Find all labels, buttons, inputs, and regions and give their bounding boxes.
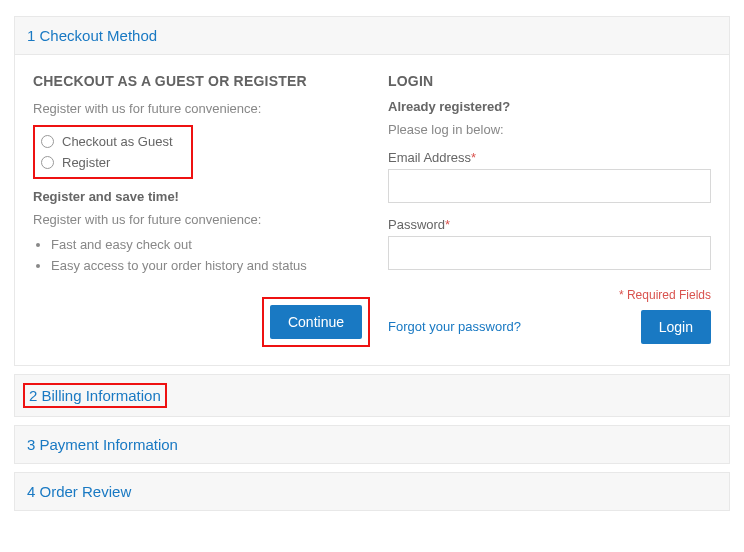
benefit-item: Easy access to your order history and st… — [51, 256, 370, 277]
step-header-payment[interactable]: 3 Payment Information — [15, 426, 729, 463]
register-save-time: Register and save time! — [33, 189, 370, 204]
already-registered: Already registered? — [388, 99, 711, 114]
radio-icon — [41, 135, 54, 148]
step-header-billing[interactable]: 2 Billing Information — [15, 375, 729, 416]
radio-label-register: Register — [62, 155, 110, 170]
radio-register[interactable]: Register — [41, 152, 185, 173]
checkout-step-billing: 2 Billing Information — [14, 374, 730, 417]
radio-label-guest: Checkout as Guest — [62, 134, 173, 149]
radio-icon — [41, 156, 54, 169]
step-title: Order Review — [40, 483, 132, 500]
checkout-type-radio-group: Checkout as Guest Register — [33, 125, 193, 179]
continue-button[interactable]: Continue — [270, 305, 362, 339]
step-title: Checkout Method — [40, 27, 158, 44]
password-field[interactable] — [388, 236, 711, 270]
benefit-item: Fast and easy check out — [51, 235, 370, 256]
register-sub-intro: Register with us for future convenience: — [33, 210, 370, 230]
step-title: Billing Information — [42, 387, 161, 404]
required-fields-note: * Required Fields — [388, 288, 711, 302]
benefits-list: Fast and easy check out Easy access to y… — [33, 235, 370, 277]
checkout-step-payment: 3 Payment Information — [14, 425, 730, 464]
step-num: 1 — [27, 27, 35, 44]
login-button[interactable]: Login — [641, 310, 711, 344]
step-header-method[interactable]: 1 Checkout Method — [15, 17, 729, 55]
step-num: 2 — [29, 387, 37, 404]
password-label: Password* — [388, 217, 711, 232]
login-column: LOGIN Already registered? Please log in … — [388, 73, 711, 347]
step-header-review[interactable]: 4 Order Review — [15, 473, 729, 510]
continue-highlight: Continue — [262, 297, 370, 347]
email-label: Email Address* — [388, 150, 711, 165]
login-heading: LOGIN — [388, 73, 711, 89]
guest-heading: CHECKOUT AS A GUEST OR REGISTER — [33, 73, 370, 89]
radio-checkout-as-guest[interactable]: Checkout as Guest — [41, 131, 185, 152]
step-num: 3 — [27, 436, 35, 453]
guest-register-column: CHECKOUT AS A GUEST OR REGISTER Register… — [33, 73, 388, 347]
forgot-password-link[interactable]: Forgot your password? — [388, 319, 521, 334]
please-login: Please log in below: — [388, 120, 711, 140]
step-num: 4 — [27, 483, 35, 500]
guest-intro: Register with us for future convenience: — [33, 99, 370, 119]
step-title: Payment Information — [40, 436, 178, 453]
checkout-step-review: 4 Order Review — [14, 472, 730, 511]
email-field[interactable] — [388, 169, 711, 203]
billing-highlight: 2 Billing Information — [23, 383, 167, 408]
checkout-step-method: 1 Checkout Method CHECKOUT AS A GUEST OR… — [14, 16, 730, 366]
step-body-method: CHECKOUT AS A GUEST OR REGISTER Register… — [15, 55, 729, 365]
